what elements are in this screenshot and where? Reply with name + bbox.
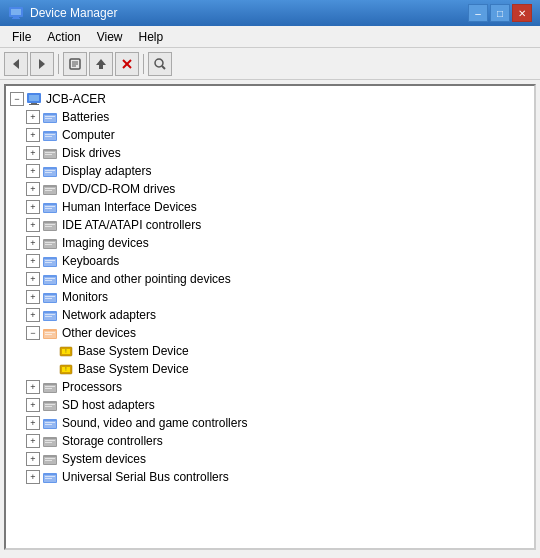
svg-rect-92 <box>45 442 52 443</box>
svg-rect-2 <box>13 17 19 18</box>
expand-btn-imaging[interactable]: + <box>26 236 40 250</box>
device-icon-jcb-acer <box>26 91 42 107</box>
svg-marker-4 <box>13 59 19 69</box>
tree-item-computer[interactable]: + Computer <box>6 126 534 144</box>
properties-button[interactable] <box>63 52 87 76</box>
expand-btn-hid[interactable]: + <box>26 200 40 214</box>
device-icon-system-devices <box>42 451 58 467</box>
device-tree: − JCB-ACER+ Batteries+ Computer+ Disk dr… <box>6 86 534 490</box>
menu-action[interactable]: Action <box>39 28 88 46</box>
tree-item-mice[interactable]: + Mice and other pointing devices <box>6 270 534 288</box>
uninstall-button[interactable] <box>115 52 139 76</box>
device-label-storage: Storage controllers <box>62 434 163 448</box>
tree-item-storage[interactable]: + Storage controllers <box>6 432 534 450</box>
device-label-keyboards: Keyboards <box>62 254 119 268</box>
device-label-dvd-rom: DVD/CD-ROM drives <box>62 182 175 196</box>
expand-btn-display-adapters[interactable]: + <box>26 164 40 178</box>
device-label-imaging: Imaging devices <box>62 236 149 250</box>
expand-btn-sound[interactable]: + <box>26 416 40 430</box>
device-label-monitors: Monitors <box>62 290 108 304</box>
device-icon-batteries <box>42 109 58 125</box>
svg-rect-33 <box>45 170 55 171</box>
expand-btn-jcb-acer[interactable]: − <box>10 92 24 106</box>
back-button[interactable] <box>4 52 28 76</box>
svg-rect-26 <box>45 136 52 137</box>
tree-item-disk-drives[interactable]: + Disk drives <box>6 144 534 162</box>
svg-rect-46 <box>45 226 52 227</box>
toolbar-separator-2 <box>143 54 144 74</box>
expand-btn-dvd-rom[interactable]: + <box>26 182 40 196</box>
tree-item-network[interactable]: + Network adapters <box>6 306 534 324</box>
expand-btn-mice[interactable]: + <box>26 272 40 286</box>
tree-item-jcb-acer[interactable]: − JCB-ACER <box>6 90 534 108</box>
device-label-disk-drives: Disk drives <box>62 146 121 160</box>
tree-item-dvd-rom[interactable]: + DVD/CD-ROM drives <box>6 180 534 198</box>
expand-btn-storage[interactable]: + <box>26 434 40 448</box>
expand-placeholder-base-system-1 <box>42 344 56 358</box>
expand-btn-other-devices[interactable]: − <box>26 326 40 340</box>
svg-rect-16 <box>29 95 39 101</box>
tree-item-system-devices[interactable]: + System devices <box>6 450 534 468</box>
svg-rect-84 <box>45 406 52 407</box>
tree-item-base-system-2[interactable]: ! Base System Device <box>6 360 534 378</box>
menu-view[interactable]: View <box>89 28 131 46</box>
tree-item-monitors[interactable]: + Monitors <box>6 288 534 306</box>
tree-item-sd-host[interactable]: + SD host adapters <box>6 396 534 414</box>
toolbar <box>0 48 540 80</box>
tree-item-base-system-1[interactable]: ! Base System Device <box>6 342 534 360</box>
expand-btn-ide[interactable]: + <box>26 218 40 232</box>
scan-button[interactable] <box>148 52 172 76</box>
svg-rect-18 <box>29 104 39 105</box>
close-button[interactable]: ✕ <box>512 4 532 22</box>
expand-btn-batteries[interactable]: + <box>26 110 40 124</box>
svg-rect-69 <box>45 332 55 333</box>
tree-item-batteries[interactable]: + Batteries <box>6 108 534 126</box>
minimize-button[interactable]: – <box>468 4 488 22</box>
device-icon-monitors <box>42 289 58 305</box>
svg-rect-30 <box>45 154 52 155</box>
menu-file[interactable]: File <box>4 28 39 46</box>
svg-rect-25 <box>45 134 55 135</box>
expand-btn-processors[interactable]: + <box>26 380 40 394</box>
title-bar-text: Device Manager <box>30 6 117 20</box>
tree-item-ide[interactable]: + IDE ATA/ATAPI controllers <box>6 216 534 234</box>
maximize-button[interactable]: □ <box>490 4 510 22</box>
svg-rect-99 <box>45 476 55 477</box>
tree-item-other-devices[interactable]: − Other devices <box>6 324 534 342</box>
device-label-usb: Universal Serial Bus controllers <box>62 470 229 484</box>
device-label-hid: Human Interface Devices <box>62 200 197 214</box>
expand-btn-sd-host[interactable]: + <box>26 398 40 412</box>
expand-btn-disk-drives[interactable]: + <box>26 146 40 160</box>
expand-btn-monitors[interactable]: + <box>26 290 40 304</box>
title-bar: Device Manager – □ ✕ <box>0 0 540 26</box>
expand-placeholder-base-system-2 <box>42 362 56 376</box>
tree-item-imaging[interactable]: + Imaging devices <box>6 234 534 252</box>
tree-item-hid[interactable]: + Human Interface Devices <box>6 198 534 216</box>
svg-marker-5 <box>39 59 45 69</box>
expand-btn-computer[interactable]: + <box>26 128 40 142</box>
svg-rect-3 <box>12 18 20 19</box>
tree-item-usb[interactable]: + Universal Serial Bus controllers <box>6 468 534 486</box>
device-icon-processors <box>42 379 58 395</box>
tree-item-keyboards[interactable]: + Keyboards <box>6 252 534 270</box>
expand-btn-keyboards[interactable]: + <box>26 254 40 268</box>
device-label-jcb-acer: JCB-ACER <box>46 92 106 106</box>
svg-rect-41 <box>45 206 55 207</box>
forward-button[interactable] <box>30 52 54 76</box>
expand-btn-network[interactable]: + <box>26 308 40 322</box>
menu-help[interactable]: Help <box>131 28 172 46</box>
tree-item-display-adapters[interactable]: + Display adapters <box>6 162 534 180</box>
update-driver-button[interactable] <box>89 52 113 76</box>
tree-item-processors[interactable]: + Processors <box>6 378 534 396</box>
svg-rect-96 <box>45 460 52 461</box>
expand-btn-usb[interactable]: + <box>26 470 40 484</box>
svg-rect-49 <box>45 242 55 243</box>
tree-item-sound[interactable]: + Sound, video and game controllers <box>6 414 534 432</box>
expand-btn-system-devices[interactable]: + <box>26 452 40 466</box>
svg-rect-50 <box>45 244 52 245</box>
device-icon-network <box>42 307 58 323</box>
svg-rect-17 <box>31 103 37 104</box>
device-tree-panel[interactable]: − JCB-ACER+ Batteries+ Computer+ Disk dr… <box>4 84 536 550</box>
svg-marker-10 <box>96 59 106 69</box>
device-label-ide: IDE ATA/ATAPI controllers <box>62 218 201 232</box>
